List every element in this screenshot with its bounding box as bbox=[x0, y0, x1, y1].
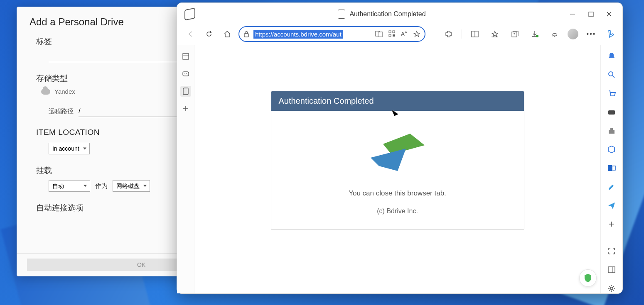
svg-rect-7 bbox=[389, 31, 391, 33]
maximize-button[interactable] bbox=[587, 10, 595, 18]
svg-point-17 bbox=[536, 35, 538, 37]
svg-point-29 bbox=[609, 72, 613, 76]
cloud-icon bbox=[41, 89, 50, 95]
sidebar-office-icon[interactable] bbox=[606, 144, 617, 155]
svg-marker-28 bbox=[371, 149, 406, 171]
page-viewport: Authentication Completed You can close t… bbox=[194, 45, 601, 293]
sidebar-outlook-icon[interactable] bbox=[606, 163, 617, 173]
page-icon bbox=[338, 10, 345, 19]
tab-title: Authentication Completed bbox=[349, 10, 425, 18]
svg-rect-4 bbox=[244, 34, 248, 37]
close-button[interactable] bbox=[605, 10, 613, 18]
svg-rect-1 bbox=[589, 12, 593, 17]
svg-rect-21 bbox=[183, 72, 189, 76]
item-location-select[interactable]: In account bbox=[49, 143, 90, 154]
vertical-tabs bbox=[177, 45, 194, 293]
extensions-button[interactable] bbox=[442, 27, 456, 41]
more-button[interactable]: ••• bbox=[584, 27, 598, 41]
auth-card: Authentication Completed You can close t… bbox=[271, 91, 524, 230]
sidebar-settings-icon[interactable] bbox=[606, 283, 617, 293]
mount-mode-select[interactable]: 自动 bbox=[49, 180, 90, 192]
profile-avatar[interactable] bbox=[568, 29, 578, 39]
svg-rect-10 bbox=[393, 34, 395, 37]
storage-type-value: Yandex bbox=[54, 88, 75, 95]
bdrive-logo-icon bbox=[369, 125, 427, 179]
svg-rect-32 bbox=[609, 130, 615, 134]
security-shield-button[interactable] bbox=[579, 269, 597, 287]
auth-message: You can close this browser tab. bbox=[349, 189, 446, 198]
svg-rect-34 bbox=[608, 165, 612, 171]
svg-rect-38 bbox=[608, 267, 615, 273]
performance-button[interactable] bbox=[548, 27, 562, 41]
toolbar-divider bbox=[462, 29, 462, 39]
bing-chat-button[interactable] bbox=[604, 27, 618, 41]
sidebar-add-button[interactable] bbox=[606, 219, 617, 229]
back-button[interactable] bbox=[184, 27, 198, 41]
translate-icon[interactable] bbox=[375, 30, 383, 38]
tab-current-icon[interactable] bbox=[180, 86, 191, 97]
svg-point-23 bbox=[186, 73, 187, 74]
edge-sidebar bbox=[601, 45, 622, 293]
svg-rect-31 bbox=[608, 110, 615, 115]
svg-line-30 bbox=[612, 76, 615, 78]
browser-window: Authentication Completed https://account… bbox=[177, 2, 623, 294]
auth-copyright: (c) Bdrive Inc. bbox=[377, 207, 418, 215]
mount-as-label: 作为 bbox=[95, 182, 108, 190]
downloads-button[interactable] bbox=[528, 27, 542, 41]
svg-rect-35 bbox=[612, 166, 615, 170]
address-bar[interactable]: https://accounts.bdrive.com/aut AA bbox=[238, 26, 425, 42]
svg-rect-8 bbox=[393, 31, 395, 33]
svg-point-18 bbox=[554, 36, 556, 37]
svg-rect-33 bbox=[610, 128, 613, 130]
split-view-button[interactable] bbox=[468, 27, 482, 41]
sidebar-capture-icon[interactable] bbox=[606, 246, 617, 256]
url-text[interactable]: https://accounts.bdrive.com/aut bbox=[253, 30, 343, 39]
sidebar-edit-icon[interactable] bbox=[606, 181, 617, 192]
refresh-button[interactable] bbox=[202, 27, 216, 41]
sidebar-games-icon[interactable] bbox=[606, 126, 617, 136]
auth-card-heading: Authentication Completed bbox=[271, 91, 524, 111]
favorites-button[interactable] bbox=[488, 27, 502, 41]
sidebar-hide-icon[interactable] bbox=[606, 264, 617, 275]
svg-point-22 bbox=[184, 73, 185, 74]
sidebar-notifications-icon[interactable] bbox=[606, 51, 617, 61]
sidebar-shopping-icon[interactable] bbox=[606, 88, 617, 99]
qr-icon[interactable] bbox=[388, 30, 395, 38]
svg-rect-19 bbox=[183, 54, 189, 59]
home-button[interactable] bbox=[220, 27, 234, 41]
svg-rect-9 bbox=[389, 34, 391, 37]
browser-titlebar: Authentication Completed bbox=[177, 3, 622, 25]
browser-toolbar: https://accounts.bdrive.com/aut AA ••• bbox=[177, 25, 622, 45]
svg-point-40 bbox=[610, 287, 613, 290]
lock-icon bbox=[243, 31, 249, 37]
edge-app-icon bbox=[184, 8, 195, 21]
tab-collapsed-icon[interactable] bbox=[180, 68, 191, 79]
svg-rect-24 bbox=[183, 88, 188, 95]
svg-rect-6 bbox=[378, 32, 382, 37]
favorite-star-icon[interactable] bbox=[413, 30, 420, 38]
minimize-button[interactable] bbox=[568, 10, 577, 18]
collections-button[interactable] bbox=[508, 27, 522, 41]
remote-path-label: 远程路径 bbox=[49, 107, 74, 115]
new-tab-button[interactable] bbox=[180, 103, 191, 114]
tab-workspaces-icon[interactable] bbox=[180, 51, 191, 62]
text-size-icon[interactable]: AA bbox=[401, 30, 407, 38]
sidebar-send-icon[interactable] bbox=[606, 200, 617, 210]
sidebar-tools-icon[interactable] bbox=[606, 107, 617, 117]
mount-type-select[interactable]: 网络磁盘 bbox=[113, 180, 150, 192]
sidebar-search-icon[interactable] bbox=[606, 70, 617, 80]
